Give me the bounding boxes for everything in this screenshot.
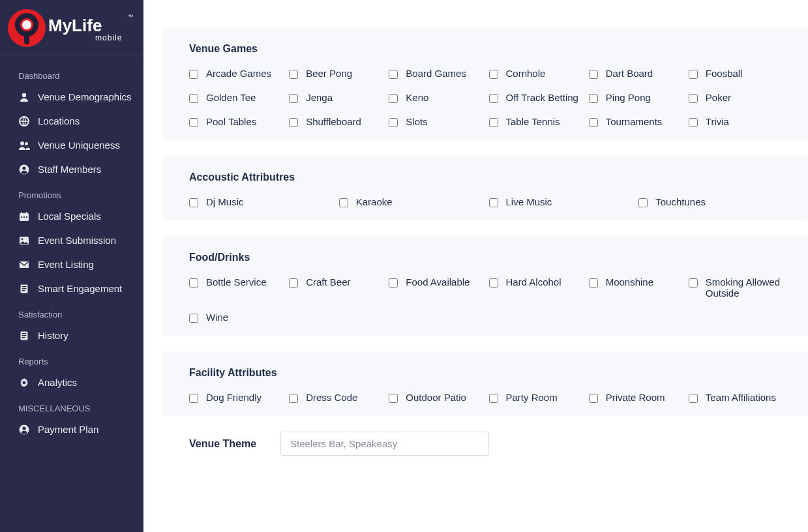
users-icon	[18, 140, 30, 151]
checkbox-item[interactable]: Hard Alcohol	[489, 276, 582, 299]
checkbox-input[interactable]	[389, 278, 398, 288]
checkbox-item[interactable]: Ping Pong	[589, 92, 682, 103]
checkbox-input[interactable]	[189, 198, 198, 207]
checkbox-input[interactable]	[189, 314, 198, 323]
user-icon	[18, 92, 30, 102]
checkbox-input[interactable]	[689, 278, 698, 288]
checkbox-item[interactable]: Beer Pong	[289, 68, 382, 79]
checkbox-item[interactable]: Karaoke	[339, 196, 483, 207]
checkbox-item[interactable]: Live Music	[489, 196, 633, 207]
section-title: Facility Attributes	[189, 367, 782, 379]
checkbox-label: Ping Pong	[606, 92, 651, 103]
checkbox-label: Private Room	[606, 392, 665, 403]
sidebar-item-label: Analytics	[38, 377, 77, 388]
nav-list: DashboardVenue DemographicsLocationsVenu…	[0, 55, 143, 532]
checkbox-input[interactable]	[489, 394, 498, 403]
checkbox-item[interactable]: Dart Board	[589, 68, 682, 79]
checkbox-input[interactable]	[289, 394, 298, 403]
sidebar-item[interactable]: Analytics	[0, 370, 143, 394]
checkbox-item[interactable]: Foosball	[689, 68, 782, 79]
sidebar-item[interactable]: Venue Uniqueness	[0, 133, 143, 157]
checkbox-input[interactable]	[589, 394, 598, 403]
svg-point-8	[25, 142, 28, 145]
checkbox-label: Team Affiliations	[706, 392, 776, 403]
checkbox-input[interactable]	[189, 94, 198, 103]
checkbox-item[interactable]: Slots	[389, 116, 482, 127]
checkbox-item[interactable]: Food Available	[389, 276, 482, 299]
checkbox-input[interactable]	[689, 94, 698, 103]
checkbox-item[interactable]: Outdoor Patio	[389, 392, 482, 403]
checkbox-input[interactable]	[289, 94, 298, 103]
checkbox-input[interactable]	[589, 118, 598, 127]
checkbox-input[interactable]	[589, 94, 598, 103]
checkbox-input[interactable]	[589, 70, 598, 79]
checkbox-label: Moonshine	[606, 276, 653, 288]
checkbox-input[interactable]	[389, 118, 398, 127]
venue-theme-input[interactable]	[280, 432, 489, 456]
svg-rect-22	[22, 286, 27, 287]
checkbox-item[interactable]: Golden Tee	[189, 92, 282, 103]
checkbox-input[interactable]	[289, 278, 298, 288]
checkbox-input[interactable]	[389, 70, 398, 79]
checkbox-item[interactable]: Poker	[689, 92, 782, 103]
checkbox-input[interactable]	[189, 394, 198, 403]
checkbox-item[interactable]: Trivia	[689, 116, 782, 127]
checkbox-input[interactable]	[489, 118, 498, 127]
checkbox-input[interactable]	[389, 394, 398, 403]
checkbox-item[interactable]: Wine	[189, 312, 282, 323]
checkbox-input[interactable]	[689, 70, 698, 79]
checkbox-input[interactable]	[489, 94, 498, 103]
checkbox-item[interactable]: Jenga	[289, 92, 382, 103]
checkbox-item[interactable]: Dress Code	[289, 392, 382, 403]
checkbox-item[interactable]: Bottle Service	[189, 276, 282, 299]
checkbox-item[interactable]: Cornhole	[489, 68, 582, 79]
checkbox-input[interactable]	[489, 278, 498, 288]
checkbox-item[interactable]: Team Affiliations	[689, 392, 782, 403]
checkbox-item[interactable]: Dj Music	[189, 196, 333, 207]
checkbox-item[interactable]: Smoking Allowed Outside	[689, 276, 782, 299]
checkbox-grid: Arcade GamesBeer PongBoard GamesCornhole…	[189, 68, 782, 127]
checkbox-item[interactable]: Table Tennis	[489, 116, 582, 127]
sidebar-item[interactable]: Locations	[0, 109, 143, 133]
checkbox-item[interactable]: Dog Friendly	[189, 392, 282, 403]
checkbox-input[interactable]	[489, 70, 498, 79]
sidebar-item[interactable]: Staff Members	[0, 157, 143, 181]
checkbox-item[interactable]: Craft Beer	[289, 276, 382, 299]
svg-rect-27	[22, 335, 27, 336]
checkbox-item[interactable]: Pool Tables	[189, 116, 282, 127]
checkbox-item[interactable]: Moonshine	[589, 276, 682, 299]
checkbox-input[interactable]	[589, 278, 598, 288]
checkbox-input[interactable]	[189, 70, 198, 79]
checkbox-item[interactable]: Board Games	[389, 68, 482, 79]
sidebar-item[interactable]: Event Listing	[0, 252, 143, 276]
svg-rect-17	[26, 216, 27, 218]
checkbox-input[interactable]	[289, 118, 298, 127]
checkbox-item[interactable]: Tournaments	[589, 116, 682, 127]
sidebar-item[interactable]: Payment Plan	[0, 417, 143, 441]
checkbox-input[interactable]	[339, 198, 348, 207]
checkbox-item[interactable]: Arcade Games	[189, 68, 282, 79]
checkbox-input[interactable]	[689, 118, 698, 127]
sidebar-item[interactable]: History	[0, 323, 143, 347]
svg-text:MyLife: MyLife	[48, 16, 102, 35]
checkbox-item[interactable]: Shuffleboard	[289, 116, 382, 127]
sidebar-item[interactable]: Local Specials	[0, 204, 143, 228]
svg-text:mobile: mobile	[95, 33, 122, 42]
checkbox-input[interactable]	[489, 198, 498, 207]
sidebar-item[interactable]: Event Submission	[0, 228, 143, 252]
checkbox-input[interactable]	[189, 278, 198, 288]
sidebar-item[interactable]: Smart Engagement	[0, 276, 143, 301]
checkbox-item[interactable]: Party Room	[489, 392, 582, 403]
checkbox-input[interactable]	[389, 94, 398, 103]
checkbox-item[interactable]: Keno	[389, 92, 482, 103]
section-card: Facility AttributesDog FriendlyDress Cod…	[163, 351, 808, 416]
checkbox-input[interactable]	[689, 394, 698, 403]
checkbox-input[interactable]	[289, 70, 298, 79]
checkbox-label: Shuffleboard	[306, 116, 361, 127]
checkbox-input[interactable]	[638, 198, 648, 207]
sidebar-item[interactable]: Venue Demographics	[0, 85, 143, 109]
checkbox-input[interactable]	[189, 118, 198, 127]
checkbox-item[interactable]: Touchtunes	[638, 196, 782, 207]
checkbox-item[interactable]: Private Room	[589, 392, 682, 403]
checkbox-item[interactable]: Off Track Betting	[489, 92, 582, 103]
